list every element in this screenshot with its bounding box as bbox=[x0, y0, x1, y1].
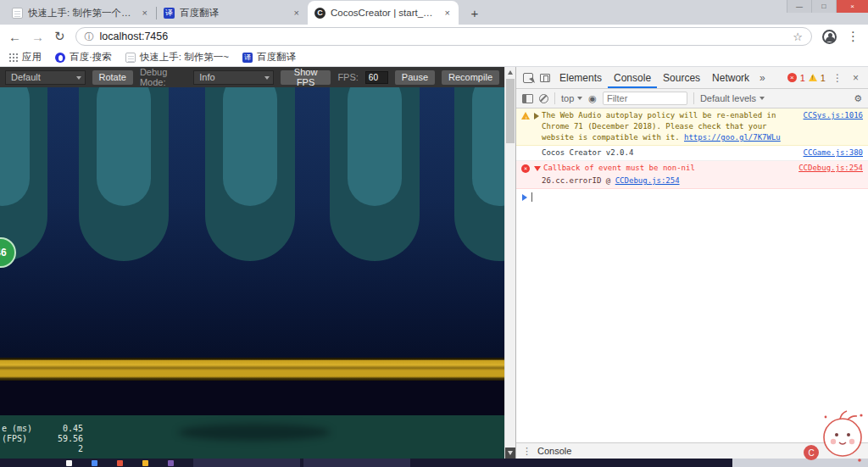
disclosure-down-icon[interactable] bbox=[534, 166, 541, 171]
taskbar-icon[interactable] bbox=[168, 460, 174, 466]
tab-close-icon[interactable]: × bbox=[443, 8, 452, 18]
scrollbar-thumb[interactable] bbox=[506, 79, 515, 143]
preview-toolbar: Default Rotate Debug Mode: Info Show FPS… bbox=[0, 67, 504, 87]
warning-badge-icon[interactable] bbox=[809, 74, 817, 81]
taskbar-icon[interactable] bbox=[92, 460, 97, 466]
browser-tab-translate[interactable]: 译 百度翻译 × bbox=[157, 1, 308, 25]
console-filter-input[interactable] bbox=[603, 92, 687, 105]
browser-tabstrip: 快速上手: 制作第一个游戏 · GitB × 译 百度翻译 × C CocosC… bbox=[0, 0, 868, 25]
browser-menu-icon[interactable]: ⋮ bbox=[847, 29, 860, 44]
mascot-badge-letter: C bbox=[808, 448, 814, 458]
taskbar-app-segment[interactable] bbox=[193, 459, 300, 467]
pipe-obstacle bbox=[454, 87, 504, 261]
bookmark-label: 快速上手: 制作第一~ bbox=[140, 51, 229, 64]
device-toolbar-icon[interactable] bbox=[540, 74, 550, 82]
source-link[interactable]: CCSys.js:1016 bbox=[797, 110, 863, 121]
pipe-highlight bbox=[472, 87, 504, 206]
minimize-button[interactable]: — bbox=[787, 0, 811, 13]
close-button[interactable]: × bbox=[836, 0, 868, 13]
address-text[interactable]: localhost:7456 bbox=[100, 31, 787, 42]
more-tabs-icon[interactable]: » bbox=[755, 72, 770, 84]
clear-console-icon[interactable] bbox=[539, 94, 548, 103]
pipe-obstacle bbox=[79, 87, 169, 261]
source-link[interactable]: CCDebug.js:254 bbox=[792, 163, 863, 174]
windows-taskbar[interactable] bbox=[0, 459, 868, 467]
console-prompt[interactable] bbox=[516, 189, 868, 205]
fps-label: FPS: bbox=[337, 72, 358, 82]
refresh-icon[interactable]: ↻ bbox=[54, 29, 65, 44]
disclosure-right-icon[interactable] bbox=[534, 113, 539, 120]
bookmark-star-icon[interactable]: ☆ bbox=[793, 31, 803, 43]
tab-close-icon[interactable]: × bbox=[141, 8, 149, 18]
console-sidebar-icon[interactable] bbox=[522, 94, 533, 103]
prompt-chevron-icon bbox=[522, 194, 527, 201]
goo-gl-link[interactable]: https://goo.gl/7K7WLu bbox=[684, 133, 781, 142]
source-link[interactable]: CCGame.js:380 bbox=[797, 147, 863, 158]
apps-label: 应用 bbox=[22, 51, 42, 64]
new-tab-button[interactable]: + bbox=[465, 3, 484, 22]
back-icon[interactable]: ← bbox=[8, 30, 21, 44]
taskbar-icon[interactable] bbox=[142, 460, 148, 466]
scroll-up-button[interactable] bbox=[505, 67, 515, 78]
page-scrollbar[interactable] bbox=[504, 67, 515, 459]
console-toolbar: top ◉ Default levels ⚙ bbox=[516, 89, 868, 108]
context-value: top bbox=[561, 93, 574, 103]
devtools-panel: Elements Console Sources Network » × 1 1… bbox=[515, 67, 868, 459]
forward-icon[interactable]: → bbox=[31, 30, 44, 44]
drawer-console-tab[interactable]: Console bbox=[537, 446, 571, 456]
error-badge-icon[interactable]: × bbox=[787, 73, 797, 82]
tab-sources[interactable]: Sources bbox=[657, 67, 706, 88]
bookmark-baidu-search[interactable]: 百度·搜索 bbox=[55, 51, 112, 64]
cocos-favicon-icon: C bbox=[314, 8, 326, 19]
device-select[interactable]: Default bbox=[5, 70, 86, 85]
profiler-value: 2 bbox=[78, 444, 83, 454]
debug-mode-select[interactable]: Info bbox=[193, 70, 274, 85]
context-select[interactable]: top bbox=[561, 93, 582, 103]
address-bar[interactable]: ⓘ localhost:7456 ☆ bbox=[75, 27, 812, 46]
fps-profiler: e (ms) 0.45 (FPS) 59.56 2 bbox=[2, 424, 83, 454]
ground-shadow bbox=[178, 424, 331, 441]
devtools-close-icon[interactable]: × bbox=[849, 72, 862, 84]
rotate-button[interactable]: Rotate bbox=[92, 70, 133, 85]
bookmark-tutorial[interactable]: 快速上手: 制作第一~ bbox=[125, 51, 229, 64]
scroll-down-button[interactable] bbox=[505, 448, 515, 459]
taskbar-app-segment[interactable] bbox=[303, 459, 410, 467]
baidu-favicon-icon bbox=[55, 53, 65, 63]
bookmarks-bar: 应用 百度·搜索 快速上手: 制作第一~ 译 百度翻译 bbox=[0, 48, 868, 67]
maximize-button[interactable]: □ bbox=[811, 0, 836, 13]
game-canvas[interactable]: 46 e (ms) 0.45 (FPS) 59.56 2 bbox=[0, 87, 504, 459]
stack-source-link[interactable]: CCDebug.js:254 bbox=[615, 176, 680, 185]
bookmark-translate[interactable]: 译 百度翻译 bbox=[242, 51, 296, 64]
apps-shortcut[interactable]: 应用 bbox=[8, 51, 42, 64]
device-select-value: Default bbox=[11, 72, 41, 82]
console-error-message: × Callback of event must be non-nil CCDe… bbox=[516, 161, 868, 189]
browser-tab-cocos-active[interactable]: C CocosCreator | start_project × bbox=[308, 1, 459, 25]
fps-input[interactable] bbox=[365, 71, 388, 84]
recompile-button[interactable]: Recompile bbox=[442, 70, 499, 85]
tab-network[interactable]: Network bbox=[706, 67, 755, 88]
profile-avatar[interactable] bbox=[822, 30, 837, 44]
tab-console[interactable]: Console bbox=[608, 67, 657, 88]
devtools-menu-icon[interactable]: ⋮ bbox=[829, 72, 846, 84]
log-levels-select[interactable]: Default levels bbox=[700, 93, 765, 103]
pause-button[interactable]: Pause bbox=[395, 70, 435, 85]
tab-elements[interactable]: Elements bbox=[554, 67, 608, 88]
info-icon[interactable]: ⓘ bbox=[85, 31, 94, 43]
error-text: Callback of event must be non-nil bbox=[543, 163, 792, 174]
profiler-value: 0.45 bbox=[63, 424, 83, 434]
text-cursor bbox=[531, 192, 532, 202]
error-stack-frame: 26.cc.errorID @ CCDebug.js:254 bbox=[516, 175, 868, 188]
warning-icon bbox=[521, 112, 530, 120]
taskbar-icon[interactable] bbox=[66, 460, 72, 466]
show-fps-button[interactable]: Show FPS bbox=[281, 70, 331, 85]
taskbar-icon[interactable] bbox=[117, 460, 123, 466]
doc-favicon-icon bbox=[125, 53, 136, 63]
debug-select-value: Info bbox=[199, 72, 214, 82]
browser-tab-gitbook[interactable]: 快速上手: 制作第一个游戏 · GitB × bbox=[5, 1, 156, 25]
pipe-highlight bbox=[223, 87, 277, 206]
tab-close-icon[interactable]: × bbox=[292, 8, 301, 18]
live-expression-eye-icon[interactable]: ◉ bbox=[588, 93, 597, 104]
drawer-menu-icon[interactable]: ⋮ bbox=[522, 446, 531, 457]
console-settings-gear-icon[interactable]: ⚙ bbox=[854, 93, 862, 104]
inspect-element-icon[interactable] bbox=[523, 73, 533, 83]
